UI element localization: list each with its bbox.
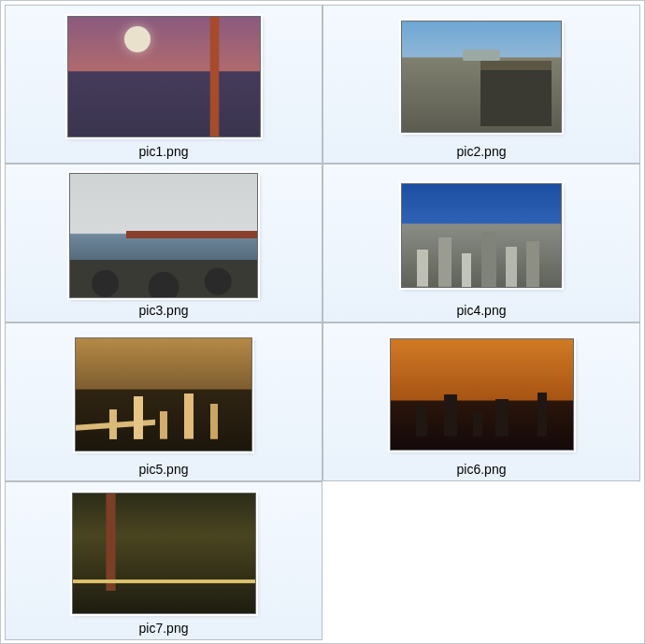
file-name-label: pic3.png [139, 303, 189, 318]
thumbnail-wrapper [331, 331, 632, 458]
thumbnail-image [72, 493, 256, 614]
thumbnail-image [67, 16, 261, 137]
file-name-label: pic5.png [139, 462, 189, 477]
file-name-label: pic1.png [139, 144, 189, 159]
file-name-label: pic7.png [139, 621, 189, 636]
file-item[interactable]: pic2.png [322, 5, 640, 164]
file-name-label: pic4.png [457, 303, 507, 318]
thumbnail-image [75, 337, 252, 451]
thumbnail-wrapper [331, 172, 632, 299]
file-item[interactable]: pic4.png [322, 164, 640, 322]
thumbnail-image [69, 173, 258, 298]
thumbnail-wrapper [13, 13, 314, 140]
thumbnail-image [390, 338, 574, 451]
thumbnail-image [401, 21, 562, 133]
thumbnail-wrapper [13, 490, 314, 617]
file-name-label: pic6.png [457, 462, 507, 477]
file-name-label: pic2.png [457, 144, 507, 159]
thumbnail-wrapper [13, 172, 314, 299]
thumbnail-grid: pic1.png pic2.png pic3.png pic4.png pic5… [0, 0, 645, 644]
file-item[interactable]: pic1.png [5, 5, 322, 164]
file-item[interactable]: pic6.png [322, 322, 640, 481]
thumbnail-image [401, 183, 562, 288]
thumbnail-wrapper [331, 13, 632, 140]
file-item[interactable]: pic3.png [5, 164, 322, 322]
thumbnail-wrapper [13, 331, 314, 458]
file-item[interactable]: pic7.png [5, 481, 322, 640]
file-item[interactable]: pic5.png [5, 322, 322, 481]
